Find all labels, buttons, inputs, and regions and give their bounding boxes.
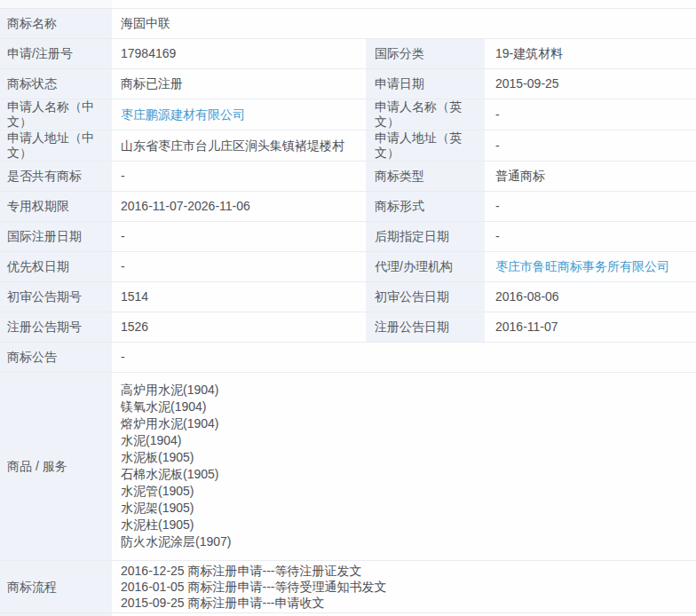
applicant-company-link[interactable]: 枣庄鹏源建材有限公司: [121, 107, 245, 122]
list-line: 镁氧水泥(1904): [121, 399, 689, 415]
first-gazette-no-label: 初审公告期号: [0, 282, 112, 312]
reg-gazette-date-label: 注册公告日期: [366, 312, 485, 342]
row-first-gazette: 初审公告期号 1514 初审公告日期 2016-08-06: [0, 282, 696, 312]
list-line: 2016-12-25 商标注册申请---等待注册证发文: [121, 563, 689, 579]
reg-number-label: 申请/注册号: [0, 39, 112, 68]
trademark-process-label: 商标流程: [0, 561, 112, 612]
priority-date-value: -: [114, 252, 364, 281]
row-period-form: 专用权期限 2016-11-07-2026-11-06 商标形式 -: [0, 192, 696, 222]
list-line: 石棉水泥板(1905): [121, 466, 689, 483]
list-line: 2015-09-25 商标注册申请---申请收文: [121, 595, 689, 611]
goods-services-list: 高炉用水泥(1904)镁氧水泥(1904)熔炉用水泥(1904)水泥(1904)…: [114, 373, 696, 560]
exclusive-period-label: 专用权期限: [0, 192, 112, 221]
list-line: 水泥柱(1905): [121, 517, 689, 533]
row-gazette: 商标公告 -: [0, 343, 696, 373]
agency-value: 枣庄市鲁旺商标事务所有限公司: [486, 252, 696, 281]
intl-reg-date-label: 国际注册日期: [0, 222, 112, 251]
list-line: 水泥(1904): [121, 432, 689, 449]
row-shared-type: 是否共有商标 - 商标类型 普通商标: [0, 162, 696, 192]
intl-reg-date-value: -: [114, 222, 364, 251]
row-regnumber-intlclass: 申请/注册号 17984169 国际分类 19-建筑材料: [0, 39, 696, 69]
first-gazette-date-value: 2016-08-06: [486, 282, 696, 312]
list-line: 水泥架(1905): [121, 500, 689, 517]
reg-gazette-no-label: 注册公告期号: [0, 312, 112, 342]
status-value: 商标已注册: [114, 69, 364, 99]
trademark-process-list: 2016-12-25 商标注册申请---等待注册证发文2016-01-05 商标…: [114, 561, 696, 612]
later-designated-date-value: -: [486, 222, 696, 251]
row-applicant-address: 申请人地址（中文） 山东省枣庄市台儿庄区涧头集镇褚堤楼村 申请人地址（英文） -: [0, 130, 696, 162]
list-line: 水泥管(1905): [121, 483, 689, 500]
gazette-value: -: [114, 343, 696, 372]
apply-date-value: 2015-09-25: [486, 69, 696, 99]
row-intlreg-laterdate: 国际注册日期 - 后期指定日期 -: [0, 222, 696, 252]
top-strip: [0, 0, 696, 8]
list-line: 水泥板(1905): [121, 449, 689, 466]
list-line: 2016-01-05 商标注册申请---等待受理通知书发文: [121, 579, 689, 595]
first-gazette-date-label: 初审公告日期: [366, 282, 485, 312]
intl-class-label: 国际分类: [366, 39, 485, 68]
list-line: 高炉用水泥(1904): [121, 382, 689, 399]
trademark-name-label: 商标名称: [0, 9, 112, 38]
row-status-applydate: 商标状态 商标已注册 申请日期 2015-09-25: [0, 69, 696, 99]
reg-gazette-no-value: 1526: [114, 312, 364, 342]
gazette-label: 商标公告: [0, 343, 112, 372]
reg-gazette-date-value: 2016-11-07: [486, 312, 696, 342]
reg-number-value: 17984169: [114, 39, 364, 68]
mark-form-label: 商标形式: [366, 192, 485, 221]
row-trademark-name: 商标名称 海固中联: [0, 9, 696, 39]
status-label: 商标状态: [0, 69, 112, 99]
list-line: 熔炉用水泥(1904): [121, 415, 689, 432]
mark-type-label: 商标类型: [366, 162, 485, 191]
mark-type-value: 普通商标: [486, 162, 696, 191]
trademark-detail-table: 商标名称 海固中联 申请/注册号 17984169 国际分类 19-建筑材料 商…: [0, 8, 696, 613]
row-priority-agency: 优先权日期 - 代理/办理机构 枣庄市鲁旺商标事务所有限公司: [0, 252, 696, 282]
address-cn-label: 申请人地址（中文）: [0, 130, 112, 161]
row-goods-services: 商品 / 服务 高炉用水泥(1904)镁氧水泥(1904)熔炉用水泥(1904)…: [0, 373, 696, 561]
first-gazette-no-value: 1514: [114, 282, 364, 312]
applicant-cn-label: 申请人名称（中文）: [0, 99, 112, 130]
mark-form-value: -: [486, 192, 696, 221]
address-cn-value: 山东省枣庄市台儿庄区涧头集镇褚堤楼村: [114, 130, 364, 161]
shared-mark-value: -: [114, 162, 364, 191]
row-reg-gazette: 注册公告期号 1526 注册公告日期 2016-11-07: [0, 312, 696, 343]
priority-date-label: 优先权日期: [0, 252, 112, 281]
trademark-detail-page: 商标名称 海固中联 申请/注册号 17984169 国际分类 19-建筑材料 商…: [0, 0, 696, 616]
agency-label: 代理/办理机构: [366, 252, 485, 281]
exclusive-period-value: 2016-11-07-2026-11-06: [114, 192, 364, 221]
top-strip-left: [0, 0, 112, 8]
trademark-name-value: 海固中联: [114, 9, 696, 38]
top-strip-right: [114, 0, 696, 8]
address-en-value: -: [486, 130, 696, 161]
goods-services-label: 商品 / 服务: [0, 373, 112, 560]
shared-mark-label: 是否共有商标: [0, 162, 112, 191]
applicant-cn-value: 枣庄鹏源建材有限公司: [114, 99, 364, 130]
applicant-en-label: 申请人名称（英文）: [366, 99, 485, 130]
later-designated-date-label: 后期指定日期: [366, 222, 485, 251]
intl-class-value: 19-建筑材料: [486, 39, 696, 68]
row-trademark-process: 商标流程 2016-12-25 商标注册申请---等待注册证发文2016-01-…: [0, 561, 696, 613]
agency-company-link[interactable]: 枣庄市鲁旺商标事务所有限公司: [495, 259, 669, 274]
apply-date-label: 申请日期: [366, 69, 485, 99]
list-line: 防火水泥涂层(1907): [121, 533, 689, 550]
address-en-label: 申请人地址（英文）: [366, 130, 485, 161]
row-applicant-name: 申请人名称（中文） 枣庄鹏源建材有限公司 申请人名称（英文） -: [0, 99, 696, 130]
applicant-en-value: -: [486, 99, 696, 130]
